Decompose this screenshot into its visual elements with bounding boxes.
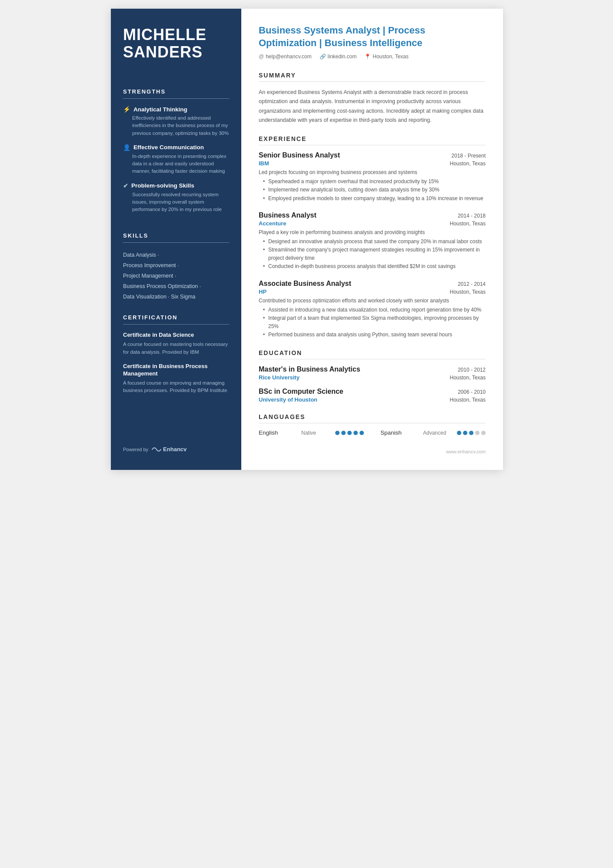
candidate-name: MICHELLE SANDERS — [123, 26, 229, 60]
skill-1: Data Analysis · — [123, 250, 229, 260]
job-1-bullets: Spearheaded a major system overhaul that… — [259, 178, 486, 203]
job-1-location: Houston, Texas — [450, 161, 486, 167]
edu-2-header: BSc in Computer Science 2006 - 2010 — [259, 388, 486, 395]
languages-row: English Native Spanish Advanced — [259, 429, 486, 436]
cert-desc-1: A course focused on mastering tools nece… — [123, 341, 229, 356]
strengths-list: ⚡ Analytical Thinking Effectively identi… — [123, 106, 229, 220]
linkedin-icon: 🔗 — [320, 54, 326, 60]
dot — [341, 431, 346, 435]
dot — [481, 431, 486, 435]
experience-title: EXPERIENCE — [259, 135, 486, 142]
job-2-bullets: Designed an innovative analysis process … — [259, 238, 486, 271]
skill-5: Data Visualization · Six Sigma — [123, 292, 229, 302]
lang-2-name: Spanish — [380, 429, 415, 436]
cert-desc-2: A focused course on improving and managi… — [123, 379, 229, 395]
dot — [457, 431, 461, 435]
main-title: Business Systems Analyst | Process Optim… — [259, 24, 486, 49]
main-content: Business Systems Analyst | Process Optim… — [241, 9, 503, 470]
dot — [347, 431, 352, 435]
edu-2-sub: University of Houston Houston, Texas — [259, 396, 486, 403]
summary-text: An experienced Business Systems Analyst … — [259, 88, 486, 125]
edu-2-degree: BSc in Computer Science — [259, 388, 343, 395]
dot — [475, 431, 480, 435]
resume-wrapper: MICHELLE SANDERS STRENGTHS ⚡ Analytical … — [111, 9, 502, 470]
analytical-icon: ⚡ — [123, 106, 130, 113]
edu-1-location: Houston, Texas — [450, 375, 486, 381]
job-2: Business Analyst 2014 - 2018 Accenture H… — [259, 211, 486, 271]
bullet: Integral part of a team that implemented… — [263, 314, 486, 331]
strength-item-2: 👤 Effective Communication In-depth exper… — [123, 144, 229, 175]
footer-url: www.enhancv.com — [446, 449, 486, 454]
email-icon: @ — [259, 54, 264, 60]
cert-section-title: CERTIFICATION — [123, 314, 229, 321]
job-3-bullets: Assisted in introducing a new data visua… — [259, 306, 486, 339]
contact-info: @ help@enhancv.com 🔗 linkedin.com 📍 Hous… — [259, 54, 486, 60]
dot — [353, 431, 358, 435]
enhancv-icon — [152, 446, 161, 452]
edu-2: BSc in Computer Science 2006 - 2010 Univ… — [259, 388, 486, 403]
main-footer: www.enhancv.com — [259, 449, 486, 454]
lang-1-dots — [335, 431, 364, 435]
job-3-sub: HP Houston, Texas — [259, 288, 486, 295]
job-1-company: IBM — [259, 160, 269, 167]
summary-divider — [259, 81, 486, 82]
sidebar-footer: Powered by Enhancv — [123, 433, 229, 452]
location-icon: 📍 — [364, 54, 371, 60]
edu-2-location: Houston, Texas — [450, 397, 486, 403]
skill-4: Business Process Optimization · — [123, 281, 229, 292]
strengths-divider — [123, 98, 229, 99]
job-2-title: Business Analyst — [259, 211, 316, 219]
job-2-sub: Accenture Houston, Texas — [259, 220, 486, 227]
bullet: Streamlined the company's project manage… — [263, 246, 486, 262]
lang-2-dots — [457, 431, 486, 435]
bullet: Performed business and data analysis usi… — [263, 331, 486, 339]
job-1-sub: IBM Houston, Texas — [259, 160, 486, 167]
contact-location: 📍 Houston, Texas — [364, 54, 409, 60]
lang-1-level: Native — [301, 430, 327, 436]
job-3-company: HP — [259, 288, 267, 295]
skill-2: Process Improvement · — [123, 260, 229, 271]
strength-desc-1: Effectively identified and addressed ine… — [123, 114, 229, 137]
strength-title-2: 👤 Effective Communication — [123, 144, 229, 151]
skills-list: Data Analysis · Process Improvement · Pr… — [123, 250, 229, 302]
skill-3: Project Management · — [123, 271, 229, 281]
bullet: Spearheaded a major system overhaul that… — [263, 178, 486, 186]
enhancv-logo: Enhancv — [152, 446, 187, 452]
summary-title: SUMMARY — [259, 72, 486, 79]
sidebar: MICHELLE SANDERS STRENGTHS ⚡ Analytical … — [111, 9, 241, 470]
job-3-location: Houston, Texas — [450, 289, 486, 295]
cert-2: Certificate in Business Process Manageme… — [123, 363, 229, 394]
contact-linkedin: 🔗 linkedin.com — [320, 54, 357, 60]
powered-by-label: Powered by — [123, 447, 148, 452]
experience-divider — [259, 145, 486, 145]
edu-2-school: University of Houston — [259, 396, 317, 403]
job-2-summary: Played a key role in performing business… — [259, 229, 486, 235]
job-1-header: Senior Business Analyst 2018 - Present — [259, 151, 486, 159]
job-3-header: Associate Business Analyst 2012 - 2014 — [259, 280, 486, 288]
edu-1-dates: 2010 - 2012 — [458, 367, 486, 373]
dot — [463, 431, 467, 435]
edu-2-dates: 2006 - 2010 — [458, 389, 486, 395]
education-divider — [259, 359, 486, 359]
job-2-company: Accenture — [259, 220, 287, 227]
bullet: Implemented new analytical tools, cuttin… — [263, 186, 486, 194]
dot — [360, 431, 364, 435]
edu-1-sub: Rice University Houston, Texas — [259, 374, 486, 381]
job-3-summary: Contributed to process optimization effo… — [259, 298, 486, 304]
job-1: Senior Business Analyst 2018 - Present I… — [259, 151, 486, 203]
contact-email: @ help@enhancv.com — [259, 54, 312, 60]
cert-divider — [123, 324, 229, 325]
job-1-title: Senior Business Analyst — [259, 151, 340, 159]
education-title: EDUCATION — [259, 349, 486, 356]
bullet: Employed predictive models to steer comp… — [263, 194, 486, 203]
lang-1-name: English — [259, 429, 293, 436]
job-2-location: Houston, Texas — [450, 221, 486, 227]
languages-divider — [259, 423, 486, 423]
job-1-dates: 2018 - Present — [451, 153, 486, 159]
strength-desc-3: Successfully resolved recurring system i… — [123, 191, 229, 214]
skills-section-title: SKILLS — [123, 232, 229, 239]
job-3: Associate Business Analyst 2012 - 2014 H… — [259, 280, 486, 339]
strengths-section-title: STRENGTHS — [123, 88, 229, 95]
job-2-header: Business Analyst 2014 - 2018 — [259, 211, 486, 219]
edu-1-header: Master's in Business Analytics 2010 - 20… — [259, 365, 486, 373]
